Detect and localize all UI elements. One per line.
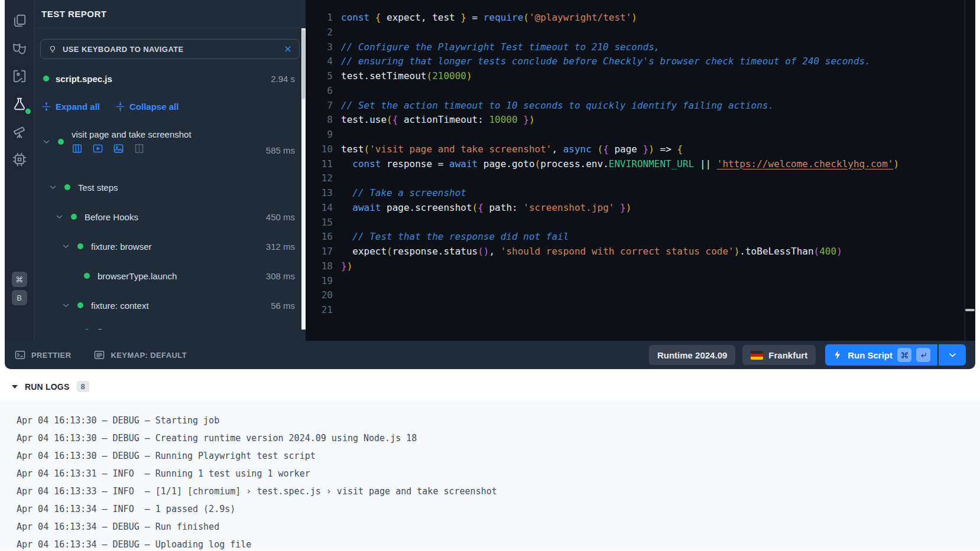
- chevron-down-icon[interactable]: [43, 138, 51, 146]
- panel-scrollbar-thumb[interactable]: [302, 30, 305, 99]
- collapse-all-icon: [115, 102, 125, 112]
- chevron-down-icon: [56, 213, 63, 221]
- line-number: 20: [306, 288, 341, 303]
- run-logs-title: RUN LOGS: [25, 382, 70, 392]
- step-status-dot: [84, 329, 90, 330]
- compare-icon-button[interactable]: [134, 143, 145, 154]
- step-status-dot: [77, 243, 83, 249]
- line-number: 8: [306, 113, 341, 128]
- editor-scrollbar-gutter[interactable]: [965, 0, 975, 341]
- step-duration: 56 ms: [271, 301, 295, 311]
- code-text: // Test that the response did not fail: [341, 231, 569, 242]
- trace-icon-button[interactable]: [72, 143, 83, 154]
- rail-telescope-icon[interactable]: [11, 123, 28, 141]
- rail-masks-icon[interactable]: [11, 40, 28, 57]
- line-number: 14: [306, 201, 341, 216]
- image-icon-button[interactable]: [113, 143, 124, 154]
- run-logs-count-badge: 8: [77, 381, 89, 392]
- code-line: 17 expect(response.status(), 'should res…: [306, 244, 975, 259]
- code-line: 3// Configure the Playwright Test timeou…: [306, 40, 975, 55]
- location-selector[interactable]: Frankfurt: [742, 345, 816, 365]
- editor-top-area: ⌘B TEST REPORT USE KEYBOARD TO NAVIGATE …: [5, 0, 975, 341]
- chevron-down-icon[interactable]: [56, 213, 64, 221]
- toolbar-right-group: Runtime 2024.09 Frankfurt Run Script: [649, 344, 966, 366]
- test-step-row[interactable]: visit page and take screenshot585 ms: [34, 120, 306, 163]
- run-logs-output: Apr 04 16:13:30 — DEBUG — Starting jobAp…: [0, 400, 980, 550]
- log-line: Apr 04 16:13:30 — DEBUG — Running Playwr…: [17, 447, 980, 465]
- step-duration: 308 ms: [266, 271, 295, 281]
- prettier-button[interactable]: PRETTIER: [14, 349, 71, 361]
- code-line: 11 const response = await page.goto(proc…: [306, 157, 975, 172]
- step-status-dot: [64, 184, 70, 190]
- expand-all-button[interactable]: Expand all: [41, 102, 100, 112]
- runtime-selector[interactable]: Runtime 2024.09: [649, 345, 735, 365]
- telescope-icon: [12, 124, 27, 139]
- artifact-icons: [72, 143, 192, 154]
- test-step-tree: visit page and take screenshot585 msTest…: [34, 120, 306, 330]
- cmd-icon: [900, 351, 909, 360]
- rail-flask-icon-active[interactable]: [11, 95, 28, 113]
- keymap-default-button[interactable]: KEYMAP: DEFAULT: [93, 349, 187, 361]
- code-editor[interactable]: 1const { expect, test } = require('@play…: [306, 0, 975, 341]
- run-script-button[interactable]: Run Script: [825, 344, 937, 366]
- passed-status-dot: [43, 76, 49, 81]
- rail-pages-icon[interactable]: [11, 12, 28, 30]
- cpu-icon: [12, 152, 27, 167]
- code-line: 13 // Take a screenshot: [306, 186, 975, 201]
- test-step-label: Test steps: [78, 182, 118, 193]
- code-line: 16 // Test that the response did not fai…: [306, 230, 975, 244]
- chevron-down-icon[interactable]: [49, 184, 57, 191]
- test-step-row[interactable]: fixture: page37 ms: [34, 317, 306, 330]
- test-step-row[interactable]: browserType.launch308 ms: [34, 261, 306, 291]
- run-logs-header[interactable]: RUN LOGS 8: [12, 381, 980, 392]
- chevron-down-icon[interactable]: [62, 302, 70, 309]
- code-line: 10test('visit page and take screenshot',…: [306, 142, 975, 157]
- line-number: 21: [306, 303, 341, 318]
- test-step-row[interactable]: fixture: browser312 ms: [34, 232, 306, 261]
- chevron-down-icon[interactable]: [62, 243, 70, 250]
- left-icon-rail: ⌘B: [5, 0, 34, 341]
- collapse-all-button[interactable]: Collapse all: [115, 102, 179, 112]
- rail-screenshot-icon[interactable]: [11, 67, 28, 85]
- germany-flag-icon: [751, 351, 763, 360]
- log-line: Apr 04 16:13:34 — INFO — 1 passed (2.9s): [17, 500, 980, 518]
- log-line: Apr 04 16:13:31 — INFO — Running 1 test …: [17, 465, 980, 482]
- editor-scrollbar-thumb[interactable]: [965, 309, 975, 311]
- line-number: 9: [306, 128, 341, 142]
- code-line: 6: [306, 84, 975, 99]
- code-text: test('visit page and take screenshot', a…: [341, 144, 683, 155]
- code-line: 12: [306, 171, 975, 186]
- line-number: 1: [306, 11, 341, 25]
- test-step-row[interactable]: fixture: context56 ms: [34, 291, 306, 320]
- chevron-down-icon: [43, 138, 50, 146]
- test-report-panel: TEST REPORT USE KEYBOARD TO NAVIGATE scr…: [34, 0, 306, 341]
- toolbar-item-label: KEYMAP: DEFAULT: [111, 351, 187, 360]
- keyboard-hint-banner: USE KEYBOARD TO NAVIGATE: [40, 39, 300, 59]
- screenshot-icon: [12, 69, 27, 84]
- run-script-label: Run Script: [848, 350, 893, 360]
- close-icon[interactable]: [284, 45, 292, 53]
- log-line: Apr 04 16:13:30 — DEBUG — Starting job: [17, 412, 980, 429]
- test-step-row[interactable]: Test steps: [34, 172, 306, 202]
- chevron-down-icon: [948, 351, 957, 360]
- test-title-block: visit page and take screenshot: [72, 129, 192, 154]
- chevron-down-icon: [62, 302, 70, 309]
- log-line: Apr 04 16:13:34 — DEBUG — Run finished: [17, 518, 980, 536]
- code-text: // ensuring that longer tests conclude b…: [341, 56, 871, 67]
- test-step-label: visit page and take screenshot: [72, 129, 192, 139]
- runtime-label: Runtime 2024.09: [657, 350, 727, 360]
- rail-cpu-icon[interactable]: [11, 151, 28, 168]
- spec-file-row[interactable]: script.spec.js 2.94 s: [34, 66, 306, 91]
- step-duration: 585 ms: [266, 145, 295, 155]
- location-label: Frankfurt: [768, 350, 807, 360]
- line-number: 18: [306, 259, 341, 274]
- video-icon-button[interactable]: [92, 143, 103, 154]
- test-step-label: browserType.launch: [98, 271, 177, 281]
- test-step-row[interactable]: Before Hooks450 ms: [34, 202, 306, 232]
- panel-scrollbar[interactable]: [301, 28, 306, 330]
- line-number: 15: [306, 216, 341, 230]
- line-number: 13: [306, 186, 341, 201]
- run-options-dropdown-button[interactable]: [939, 344, 966, 366]
- keycap-return-icon: [916, 348, 930, 362]
- code-line: 8test.use({ actionTimeout: 10000 }): [306, 113, 975, 128]
